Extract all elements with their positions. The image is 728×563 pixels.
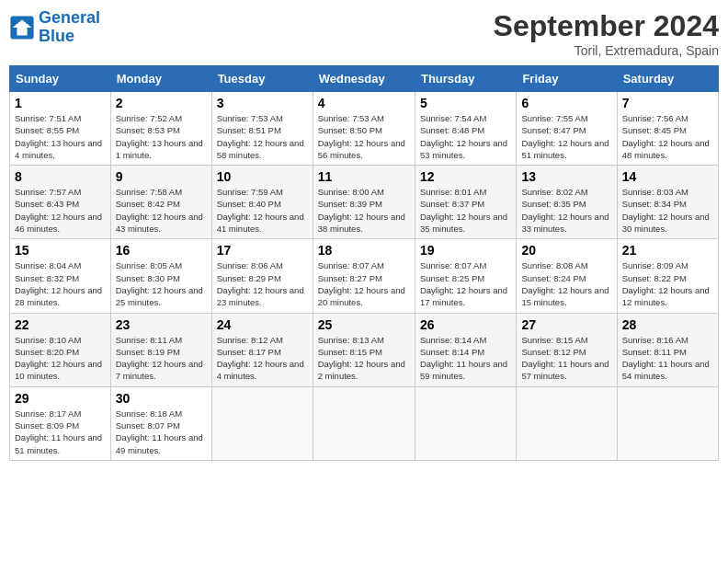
day-number: 9 — [116, 169, 207, 184]
day-number: 29 — [15, 391, 106, 406]
table-cell: 17 Sunrise: 8:06 AMSunset: 8:29 PMDaylig… — [211, 239, 313, 313]
day-info: Sunrise: 8:17 AMSunset: 8:09 PMDaylight:… — [15, 408, 106, 456]
day-info: Sunrise: 7:53 AMSunset: 8:50 PMDaylight:… — [318, 112, 410, 161]
day-number: 16 — [116, 243, 207, 258]
logo: General Blue — [9, 9, 100, 46]
table-cell: 26 Sunrise: 8:14 AMSunset: 8:14 PMDaylig… — [415, 313, 516, 386]
table-cell: 11 Sunrise: 8:00 AMSunset: 8:39 PMDaylig… — [313, 166, 415, 239]
day-number: 17 — [217, 243, 308, 258]
day-number: 13 — [521, 169, 611, 184]
table-cell — [617, 386, 718, 460]
day-number: 26 — [420, 317, 511, 332]
day-info: Sunrise: 8:18 AMSunset: 8:07 PMDaylight:… — [116, 408, 207, 456]
table-cell: 15 Sunrise: 8:04 AMSunset: 8:32 PMDaylig… — [10, 239, 111, 313]
day-info: Sunrise: 8:16 AMSunset: 8:11 PMDaylight:… — [622, 334, 713, 383]
day-info: Sunrise: 7:51 AMSunset: 8:55 PMDaylight:… — [15, 112, 106, 161]
table-cell: 25 Sunrise: 8:13 AMSunset: 8:15 PMDaylig… — [313, 313, 415, 386]
table-cell: 24 Sunrise: 8:12 AMSunset: 8:17 PMDaylig… — [211, 313, 313, 386]
day-info: Sunrise: 7:52 AMSunset: 8:53 PMDaylight:… — [116, 112, 207, 161]
day-number: 2 — [116, 96, 207, 110]
table-cell: 1 Sunrise: 7:51 AMSunset: 8:55 PMDayligh… — [10, 92, 111, 166]
day-info: Sunrise: 7:59 AMSunset: 8:40 PMDaylight:… — [217, 186, 308, 235]
col-thursday: Thursday — [415, 66, 516, 92]
day-number: 28 — [622, 317, 713, 332]
col-friday: Friday — [517, 66, 617, 92]
day-info: Sunrise: 7:55 AMSunset: 8:47 PMDaylight:… — [521, 112, 611, 161]
day-number: 7 — [622, 96, 713, 110]
day-number: 12 — [420, 169, 511, 184]
table-cell: 21 Sunrise: 8:09 AMSunset: 8:22 PMDaylig… — [617, 239, 718, 313]
col-wednesday: Wednesday — [313, 66, 415, 92]
day-info: Sunrise: 8:08 AMSunset: 8:24 PMDaylight:… — [521, 259, 611, 308]
title-block: September 2024 Toril, Extremadura, Spain — [494, 9, 719, 58]
day-info: Sunrise: 7:54 AMSunset: 8:48 PMDaylight:… — [420, 112, 511, 161]
day-info: Sunrise: 8:09 AMSunset: 8:22 PMDaylight:… — [622, 259, 713, 308]
table-cell: 29 Sunrise: 8:17 AMSunset: 8:09 PMDaylig… — [10, 386, 111, 460]
day-number: 20 — [521, 243, 611, 258]
day-number: 24 — [217, 317, 308, 332]
month-title: September 2024 — [494, 9, 719, 43]
table-cell: 27 Sunrise: 8:15 AMSunset: 8:12 PMDaylig… — [517, 313, 617, 386]
day-info: Sunrise: 7:56 AMSunset: 8:45 PMDaylight:… — [622, 112, 713, 161]
day-number: 22 — [15, 317, 106, 332]
logo-text: General Blue — [39, 9, 100, 46]
day-info: Sunrise: 8:05 AMSunset: 8:30 PMDaylight:… — [116, 259, 207, 308]
day-number: 6 — [521, 96, 611, 110]
table-cell: 14 Sunrise: 8:03 AMSunset: 8:34 PMDaylig… — [617, 166, 718, 239]
col-saturday: Saturday — [617, 66, 718, 92]
table-cell: 30 Sunrise: 8:18 AMSunset: 8:07 PMDaylig… — [110, 386, 211, 460]
day-number: 18 — [318, 243, 410, 258]
day-info: Sunrise: 7:53 AMSunset: 8:51 PMDaylight:… — [217, 112, 308, 161]
col-sunday: Sunday — [10, 66, 111, 92]
logo-icon — [9, 15, 35, 40]
day-info: Sunrise: 8:00 AMSunset: 8:39 PMDaylight:… — [318, 186, 410, 235]
day-number: 5 — [420, 96, 511, 110]
table-cell — [211, 386, 313, 460]
col-tuesday: Tuesday — [211, 66, 313, 92]
table-cell: 3 Sunrise: 7:53 AMSunset: 8:51 PMDayligh… — [211, 92, 313, 166]
day-info: Sunrise: 8:12 AMSunset: 8:17 PMDaylight:… — [217, 334, 308, 383]
table-cell — [517, 386, 617, 460]
day-number: 15 — [15, 243, 106, 258]
day-info: Sunrise: 8:06 AMSunset: 8:29 PMDaylight:… — [217, 259, 308, 308]
day-info: Sunrise: 8:03 AMSunset: 8:34 PMDaylight:… — [622, 186, 713, 235]
day-number: 8 — [15, 169, 106, 184]
day-number: 23 — [116, 317, 207, 332]
table-cell: 18 Sunrise: 8:07 AMSunset: 8:27 PMDaylig… — [313, 239, 415, 313]
day-number: 30 — [116, 391, 207, 406]
table-cell: 13 Sunrise: 8:02 AMSunset: 8:35 PMDaylig… — [517, 166, 617, 239]
day-info: Sunrise: 8:01 AMSunset: 8:37 PMDaylight:… — [420, 186, 511, 235]
day-info: Sunrise: 8:13 AMSunset: 8:15 PMDaylight:… — [318, 334, 410, 383]
table-cell: 20 Sunrise: 8:08 AMSunset: 8:24 PMDaylig… — [517, 239, 617, 313]
day-number: 25 — [318, 317, 410, 332]
page-header: General Blue September 2024 Toril, Extre… — [9, 9, 719, 58]
day-number: 21 — [622, 243, 713, 258]
table-cell: 4 Sunrise: 7:53 AMSunset: 8:50 PMDayligh… — [313, 92, 415, 166]
table-cell: 10 Sunrise: 7:59 AMSunset: 8:40 PMDaylig… — [211, 166, 313, 239]
day-info: Sunrise: 8:14 AMSunset: 8:14 PMDaylight:… — [420, 334, 511, 383]
day-number: 4 — [318, 96, 410, 110]
day-info: Sunrise: 8:10 AMSunset: 8:20 PMDaylight:… — [15, 334, 106, 383]
table-cell — [415, 386, 516, 460]
table-cell: 8 Sunrise: 7:57 AMSunset: 8:43 PMDayligh… — [10, 166, 111, 239]
table-cell: 9 Sunrise: 7:58 AMSunset: 8:42 PMDayligh… — [110, 166, 211, 239]
calendar-table: Sunday Monday Tuesday Wednesday Thursday… — [9, 65, 719, 461]
day-number: 19 — [420, 243, 511, 258]
day-number: 27 — [521, 317, 611, 332]
table-cell: 28 Sunrise: 8:16 AMSunset: 8:11 PMDaylig… — [617, 313, 718, 386]
day-info: Sunrise: 8:15 AMSunset: 8:12 PMDaylight:… — [521, 334, 611, 383]
col-monday: Monday — [110, 66, 211, 92]
table-cell: 19 Sunrise: 8:07 AMSunset: 8:25 PMDaylig… — [415, 239, 516, 313]
day-info: Sunrise: 7:58 AMSunset: 8:42 PMDaylight:… — [116, 186, 207, 235]
table-cell: 6 Sunrise: 7:55 AMSunset: 8:47 PMDayligh… — [517, 92, 617, 166]
table-cell: 23 Sunrise: 8:11 AMSunset: 8:19 PMDaylig… — [110, 313, 211, 386]
table-cell: 12 Sunrise: 8:01 AMSunset: 8:37 PMDaylig… — [415, 166, 516, 239]
day-info: Sunrise: 8:07 AMSunset: 8:25 PMDaylight:… — [420, 259, 511, 308]
day-info: Sunrise: 8:04 AMSunset: 8:32 PMDaylight:… — [15, 259, 106, 308]
day-info: Sunrise: 8:02 AMSunset: 8:35 PMDaylight:… — [521, 186, 611, 235]
table-cell: 22 Sunrise: 8:10 AMSunset: 8:20 PMDaylig… — [10, 313, 111, 386]
table-cell: 7 Sunrise: 7:56 AMSunset: 8:45 PMDayligh… — [617, 92, 718, 166]
table-cell: 5 Sunrise: 7:54 AMSunset: 8:48 PMDayligh… — [415, 92, 516, 166]
day-info: Sunrise: 7:57 AMSunset: 8:43 PMDaylight:… — [15, 186, 106, 235]
day-number: 1 — [15, 96, 106, 110]
